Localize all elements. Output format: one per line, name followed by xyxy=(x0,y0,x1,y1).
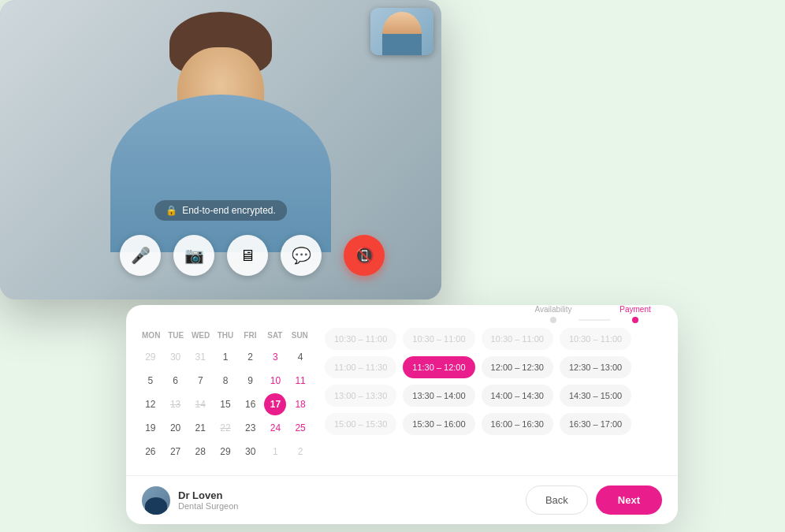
time-slots: 10:30 – 11:0010:30 – 11:0010:30 – 11:001… xyxy=(325,328,665,463)
calendar-date[interactable]: 17 xyxy=(264,393,286,415)
calendar-date: 30 xyxy=(165,346,187,368)
calendar-date[interactable]: 5 xyxy=(140,370,162,392)
step4-label: Availability xyxy=(534,305,571,314)
day-tue: TUE xyxy=(163,328,188,343)
day-sat: SAT xyxy=(262,328,287,343)
calendar-date[interactable]: 11 xyxy=(289,370,311,392)
end-call-button[interactable]: 📵 xyxy=(344,235,385,276)
time-slot-0-3: 10:30 – 11:00 xyxy=(560,328,631,350)
calendar-date[interactable]: 2 xyxy=(240,346,262,368)
calendar-date: 1 xyxy=(264,441,286,463)
calendar-header: MON TUE WED THU FRI SAT SUN xyxy=(139,328,312,343)
lock-icon: 🔒 xyxy=(166,205,177,216)
calendar-date[interactable]: 19 xyxy=(140,417,162,439)
calendar-date[interactable]: 1 xyxy=(214,346,236,368)
time-slot-0-1: 10:30 – 11:00 xyxy=(403,328,474,350)
time-slot-0-0: 10:30 – 11:00 xyxy=(325,328,396,350)
calendar-date[interactable]: 10 xyxy=(264,370,286,392)
calendar-date: 2 xyxy=(289,441,311,463)
calendar-date[interactable]: 27 xyxy=(165,441,187,463)
step5-label: Payment xyxy=(619,305,650,314)
video-call-card: 🔒 End-to-end encrypted. 🎤 📷 🖥 💬 📵 xyxy=(0,0,441,299)
calendar-date[interactable]: 13 xyxy=(165,393,187,415)
doctor-info: Dr Loven Dental Surgeon xyxy=(142,486,238,515)
day-sun: SUN xyxy=(288,328,312,343)
calendar-date[interactable]: 15 xyxy=(214,393,236,415)
doctor-name: Dr Loven xyxy=(178,489,238,501)
time-slot-1-2[interactable]: 12:00 – 12:30 xyxy=(482,356,553,378)
calendar-date[interactable]: 8 xyxy=(214,370,236,392)
booking-card: Availability Payment MON TUE WED THU FRI… xyxy=(126,305,678,524)
day-mon: MON xyxy=(139,328,163,343)
calendar-date[interactable]: 21 xyxy=(189,417,211,439)
calendar-date[interactable]: 23 xyxy=(240,417,262,439)
chat-button[interactable]: 💬 xyxy=(281,235,322,276)
time-slot-1-0: 11:00 – 11:30 xyxy=(325,356,396,378)
doctor-title: Dental Surgeon xyxy=(178,501,238,511)
day-thu: THU xyxy=(213,328,237,343)
thumb-face xyxy=(382,12,422,55)
time-slot-1-3[interactable]: 12:30 – 13:00 xyxy=(560,356,631,378)
time-slot-2-2[interactable]: 14:00 – 14:30 xyxy=(482,385,553,407)
step-4-block: Availability xyxy=(530,305,577,323)
calendar-date[interactable]: 12 xyxy=(140,393,162,415)
time-slot-3-2[interactable]: 16:00 – 16:30 xyxy=(482,413,553,435)
step5-dot xyxy=(632,317,638,323)
back-button[interactable]: Back xyxy=(526,485,588,515)
calendar-date[interactable]: 14 xyxy=(189,393,211,415)
calendar-date[interactable]: 6 xyxy=(165,370,187,392)
calendar-date[interactable]: 18 xyxy=(289,393,311,415)
time-slot-1-1[interactable]: 11:30 – 12:00 xyxy=(403,356,474,378)
calendar-date: 31 xyxy=(189,346,211,368)
day-fri: FRI xyxy=(238,328,262,343)
step-5-block: Payment xyxy=(612,305,659,323)
calendar-grid: MON TUE WED THU FRI SAT SUN 293031123456… xyxy=(139,328,312,463)
calendar-date[interactable]: 30 xyxy=(240,441,262,463)
doctor-avatar xyxy=(142,486,170,515)
avatar-body xyxy=(145,497,167,515)
day-wed: WED xyxy=(188,328,213,343)
next-button[interactable]: Next xyxy=(596,485,662,515)
calendar-date[interactable]: 26 xyxy=(140,441,162,463)
self-view-thumbnail xyxy=(370,8,433,55)
calendar-date[interactable]: 22 xyxy=(214,417,236,439)
time-slot-2-0: 13:00 – 13:30 xyxy=(325,385,396,407)
slots-row-0: 10:30 – 11:0010:30 – 11:0010:30 – 11:001… xyxy=(325,328,665,350)
steps-header: Availability Payment xyxy=(126,305,678,328)
card-footer: Dr Loven Dental Surgeon Back Next xyxy=(126,475,678,524)
step4-dot xyxy=(550,317,556,323)
calendar-date[interactable]: 16 xyxy=(240,393,262,415)
doctor-details: Dr Loven Dental Surgeon xyxy=(178,489,238,511)
calendar-date[interactable]: 24 xyxy=(264,417,286,439)
camera-button[interactable]: 📷 xyxy=(173,235,214,276)
time-slot-3-1[interactable]: 15:30 – 16:00 xyxy=(403,413,474,435)
calendar-date[interactable]: 4 xyxy=(289,346,311,368)
slots-row-3: 15:00 – 15:3015:30 – 16:0016:00 – 16:301… xyxy=(325,413,665,435)
mute-button[interactable]: 🎤 xyxy=(120,235,161,276)
time-slot-3-0: 15:00 – 15:30 xyxy=(325,413,396,435)
time-slot-0-2: 10:30 – 11:00 xyxy=(482,328,553,350)
calendar-section: MON TUE WED THU FRI SAT SUN 293031123456… xyxy=(126,328,678,475)
slots-row-2: 13:00 – 13:3013:30 – 14:0014:00 – 14:301… xyxy=(325,385,665,407)
calendar-date[interactable]: 28 xyxy=(189,441,211,463)
time-slot-2-1[interactable]: 13:30 – 14:00 xyxy=(403,385,474,407)
time-slot-2-3[interactable]: 14:30 – 15:00 xyxy=(560,385,631,407)
encryption-text: End-to-end encrypted. xyxy=(182,205,276,216)
step-connector xyxy=(579,319,610,321)
footer-buttons: Back Next xyxy=(526,485,662,515)
calendar-date[interactable]: 9 xyxy=(240,370,262,392)
slots-row-1: 11:00 – 11:3011:30 – 12:0012:00 – 12:301… xyxy=(325,356,665,378)
calendar-date[interactable]: 7 xyxy=(189,370,211,392)
call-controls: 🎤 📷 🖥 💬 📵 xyxy=(120,235,322,276)
person-body xyxy=(110,95,331,252)
video-background: 🔒 End-to-end encrypted. 🎤 📷 🖥 💬 📵 xyxy=(0,0,441,299)
time-slot-3-3[interactable]: 16:30 – 17:00 xyxy=(560,413,631,435)
calendar-date: 29 xyxy=(140,346,162,368)
calendar-date[interactable]: 29 xyxy=(214,441,236,463)
calendar-date[interactable]: 25 xyxy=(289,417,311,439)
calendar-date[interactable]: 20 xyxy=(165,417,187,439)
calendar-date[interactable]: 3 xyxy=(264,346,286,368)
encryption-badge: 🔒 End-to-end encrypted. xyxy=(154,200,287,221)
calendar-dates: 2930311234567891011121314151617181920212… xyxy=(139,346,312,463)
screen-share-button[interactable]: 🖥 xyxy=(227,235,268,276)
